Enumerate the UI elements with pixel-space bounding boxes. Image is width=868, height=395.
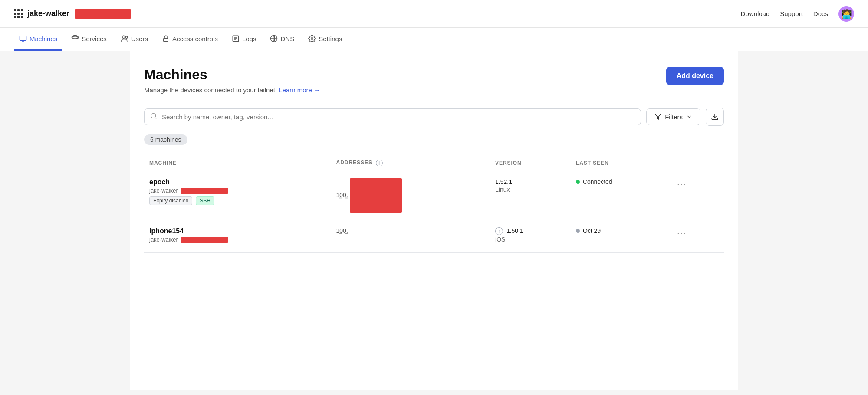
page-header: Machines Manage the devices connected to… [144,67,724,94]
search-icon [150,113,157,121]
download-icon [711,113,719,121]
owner-redacted [181,237,228,243]
upgrade-icon: ↑ [495,227,503,235]
badge-ssh: SSH [196,196,214,205]
version-number: ↑ 1.50.1 [495,227,566,235]
status-dot-gray [576,229,580,233]
owner-redacted [181,188,228,194]
more-options-button[interactable]: ··· [674,227,690,240]
svg-point-8 [151,114,156,118]
brand-redacted [75,9,131,19]
services-icon [71,35,79,42]
main-nav: Machines Services Users Access controls … [0,28,868,51]
tab-logs[interactable]: Logs [227,28,262,51]
tab-access-controls[interactable]: Access controls [157,28,223,51]
filter-row: Filters [144,108,724,126]
logo-icon [14,9,23,18]
machine-owner: jake-walker [149,187,326,194]
svg-point-3 [125,36,128,39]
dns-icon [270,35,278,42]
svg-rect-0 [20,36,26,41]
col-last-seen: LAST SEEN [571,155,668,171]
tab-settings[interactable]: Settings [303,28,347,51]
machine-name[interactable]: epoch [149,178,326,186]
version-cell-iphone154: ↑ 1.50.1 iOS [490,220,571,253]
version-os: iOS [495,236,566,243]
status-dot-green [576,180,580,184]
users-icon [121,35,128,42]
machine-owner: jake-walker [149,236,326,243]
tab-dns[interactable]: DNS [265,28,299,51]
brand-name: jake-walker [27,9,69,18]
col-addresses: ADDRESSES i [331,155,490,171]
tab-users[interactable]: Users [115,28,153,51]
actions-cell-iphone154: ··· [668,220,724,253]
col-machine: MACHINE [144,155,331,171]
address-value: 100. [336,227,485,234]
machines-count: 6 machines [144,134,187,145]
support-link[interactable]: Support [780,10,803,17]
tab-machines[interactable]: Machines [14,28,62,51]
page-title: Machines [144,67,320,83]
table-row: epoch jake-walker Expiry disabled SSH 10… [144,171,724,220]
page-header-left: Machines Manage the devices connected to… [144,67,320,94]
add-device-button[interactable]: Add device [666,67,724,85]
access-controls-icon [162,35,170,42]
machine-cell-iphone154: iphone154 jake-walker [144,220,331,253]
last-seen-cell-iphone154: Oct 29 [571,220,668,253]
address-cell-iphone154: 100. [331,220,490,253]
logs-icon [232,35,240,42]
badge-expiry-disabled: Expiry disabled [149,196,192,205]
col-actions [668,155,724,171]
tab-services[interactable]: Services [66,28,112,51]
chevron-down-icon [686,114,692,120]
topbar: jake-walker Download Support Docs 🧑‍💻 [0,0,868,28]
machine-name[interactable]: iphone154 [149,227,326,235]
col-version: VERSION [490,155,571,171]
avatar[interactable]: 🧑‍💻 [838,6,854,22]
last-seen-cell-epoch: Connected [571,171,668,220]
settings-icon [308,35,316,42]
svg-point-7 [311,38,313,40]
table-row: iphone154 jake-walker 100. ↑ 1.50.1 [144,220,724,253]
svg-point-1 [72,36,78,39]
learn-more-link[interactable]: Learn more → [279,86,320,94]
machine-badges: Expiry disabled SSH [149,196,326,205]
addresses-info-icon[interactable]: i [376,160,383,166]
topbar-right: Download Support Docs 🧑‍💻 [741,6,854,22]
version-os: Linux [495,186,566,193]
search-wrap [144,108,641,125]
search-input[interactable] [144,108,641,125]
svg-point-2 [122,36,125,38]
export-button[interactable] [706,108,724,126]
download-link[interactable]: Download [741,10,770,17]
address-cell-epoch: 100. [331,171,490,220]
docs-link[interactable]: Docs [813,10,828,17]
machine-cell-epoch: epoch jake-walker Expiry disabled SSH [144,171,331,220]
address-redacted [350,178,402,213]
more-options-button[interactable]: ··· [674,178,690,191]
version-number: 1.52.1 [495,178,566,185]
status-connected: Connected [576,178,663,185]
status-offline: Oct 29 [576,227,663,234]
topbar-left: jake-walker [14,9,131,19]
svg-marker-9 [655,114,661,119]
filters-button[interactable]: Filters [646,108,700,125]
svg-rect-4 [164,38,168,42]
main-content: Machines Manage the devices connected to… [130,51,738,390]
machines-icon [19,35,27,42]
version-cell-epoch: 1.52.1 Linux [490,171,571,220]
page-subtitle: Manage the devices connected to your tai… [144,86,320,94]
actions-cell-epoch: ··· [668,171,724,220]
address-value: 100. [336,178,485,213]
machines-table: MACHINE ADDRESSES i VERSION LAST SEEN ep… [144,155,724,253]
filter-icon [654,113,661,120]
